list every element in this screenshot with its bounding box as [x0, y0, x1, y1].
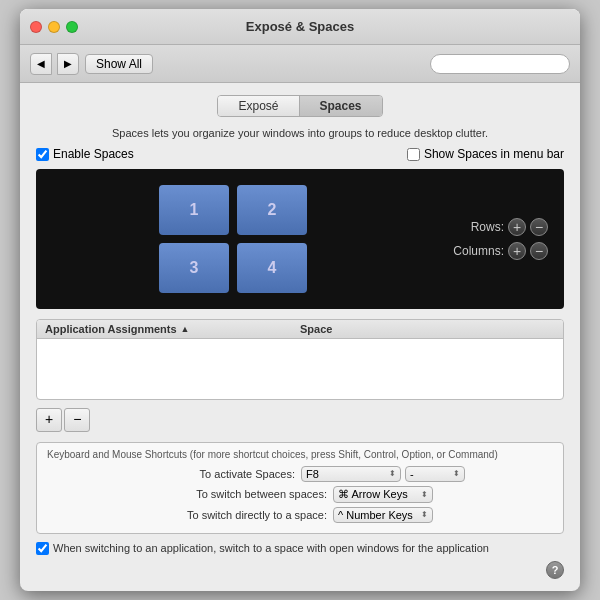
- switch-label: To switch between spaces:: [167, 488, 327, 500]
- switch-key-value: ⌘ Arrow Keys: [338, 488, 408, 501]
- forward-arrow-icon: ▶: [64, 58, 72, 69]
- enable-spaces-label: Enable Spaces: [53, 147, 134, 161]
- content-area: Exposé Spaces Spaces lets you organize y…: [20, 83, 580, 591]
- columns-add-button[interactable]: +: [508, 242, 526, 260]
- options-row: Enable Spaces Show Spaces in menu bar: [36, 147, 564, 161]
- help-button[interactable]: ?: [546, 561, 564, 579]
- shortcuts-section: Keyboard and Mouse Shortcuts (for more s…: [36, 442, 564, 534]
- shortcut-row-activate: To activate Spaces: F8 ⬍ - ⬍: [47, 466, 553, 482]
- tab-group: Exposé Spaces: [217, 95, 382, 117]
- add-icon: +: [45, 411, 53, 427]
- space-tile-3[interactable]: 3: [159, 243, 229, 293]
- dropdown-arrow-icon-4: ⬍: [421, 510, 428, 519]
- table-col1-header: Application Assignments ▲: [45, 323, 300, 335]
- direct-label: To switch directly to a space:: [167, 509, 327, 521]
- title-bar: Exposé & Spaces: [20, 9, 580, 45]
- activate-modifier-dropdown[interactable]: - ⬍: [405, 466, 465, 482]
- dropdown-arrow-icon-3: ⬍: [421, 490, 428, 499]
- columns-row: Columns: + −: [444, 242, 548, 260]
- enable-spaces-row: Enable Spaces: [36, 147, 134, 161]
- bottom-checkbox-row: When switching to an application, switch…: [36, 542, 564, 555]
- search-input[interactable]: [430, 54, 570, 74]
- table-body: [37, 339, 563, 399]
- rows-label: Rows:: [444, 220, 504, 234]
- dropdown-arrow-icon-1: ⬍: [389, 469, 396, 478]
- minus-icon: −: [535, 220, 543, 234]
- plus-icon: +: [513, 220, 521, 234]
- spaces-display: 1 2 3 4 Rows: + − Columns:: [36, 169, 564, 309]
- space-tile-1[interactable]: 1: [159, 185, 229, 235]
- back-arrow-icon: ◀: [37, 58, 45, 69]
- tab-expose[interactable]: Exposé: [218, 96, 299, 116]
- show-menu-checkbox[interactable]: [407, 148, 420, 161]
- traffic-lights: [30, 21, 78, 33]
- tabs-row: Exposé Spaces: [36, 95, 564, 117]
- maximize-button[interactable]: [66, 21, 78, 33]
- shortcut-row-direct: To switch directly to a space: ^ Number …: [47, 507, 553, 523]
- remove-icon: −: [73, 411, 81, 427]
- columns-label: Columns:: [444, 244, 504, 258]
- space-tile-4[interactable]: 4: [237, 243, 307, 293]
- shortcuts-title: Keyboard and Mouse Shortcuts (for more s…: [47, 449, 553, 460]
- main-window: Exposé & Spaces ◀ ▶ Show All Exposé Spac…: [20, 9, 580, 591]
- minus-icon-2: −: [535, 244, 543, 258]
- switch-key-dropdown[interactable]: ⌘ Arrow Keys ⬍: [333, 486, 433, 503]
- remove-assignment-button[interactable]: −: [64, 408, 90, 432]
- enable-spaces-checkbox[interactable]: [36, 148, 49, 161]
- show-menu-row: Show Spaces in menu bar: [407, 147, 564, 161]
- toolbar: ◀ ▶ Show All: [20, 45, 580, 83]
- table-header: Application Assignments ▲ Space: [37, 320, 563, 339]
- activate-key-dropdown[interactable]: F8 ⬍: [301, 466, 401, 482]
- activate-label: To activate Spaces:: [135, 468, 295, 480]
- window-title: Exposé & Spaces: [246, 19, 354, 34]
- forward-button[interactable]: ▶: [57, 53, 79, 75]
- columns-remove-button[interactable]: −: [530, 242, 548, 260]
- show-menu-label: Show Spaces in menu bar: [424, 147, 564, 161]
- table-col2-header: Space: [300, 323, 555, 335]
- direct-key-value: ^ Number Keys: [338, 509, 413, 521]
- show-all-button[interactable]: Show All: [85, 54, 153, 74]
- switch-app-checkbox[interactable]: [36, 542, 49, 555]
- activate-key-value: F8: [306, 468, 319, 480]
- add-assignment-button[interactable]: +: [36, 408, 62, 432]
- plus-icon-2: +: [513, 244, 521, 258]
- assignments-table: Application Assignments ▲ Space: [36, 319, 564, 400]
- rows-add-button[interactable]: +: [508, 218, 526, 236]
- rows-row: Rows: + −: [444, 218, 548, 236]
- dropdown-arrow-icon-2: ⬍: [453, 469, 460, 478]
- spaces-description: Spaces lets you organize your windows in…: [36, 127, 564, 139]
- direct-key-dropdown[interactable]: ^ Number Keys ⬍: [333, 507, 433, 523]
- tab-spaces[interactable]: Spaces: [300, 96, 382, 116]
- back-button[interactable]: ◀: [30, 53, 52, 75]
- close-button[interactable]: [30, 21, 42, 33]
- activate-modifier-value: -: [410, 468, 414, 480]
- switch-app-label: When switching to an application, switch…: [53, 542, 489, 554]
- rows-cols-controls: Rows: + − Columns: + −: [444, 218, 548, 260]
- space-tile-2[interactable]: 2: [237, 185, 307, 235]
- table-footer-buttons: + −: [36, 408, 564, 432]
- sort-arrow-icon: ▲: [181, 324, 190, 334]
- rows-remove-button[interactable]: −: [530, 218, 548, 236]
- shortcut-row-switch: To switch between spaces: ⌘ Arrow Keys ⬍: [47, 486, 553, 503]
- help-area: ?: [36, 561, 564, 579]
- spaces-grid: 1 2 3 4: [159, 185, 307, 293]
- minimize-button[interactable]: [48, 21, 60, 33]
